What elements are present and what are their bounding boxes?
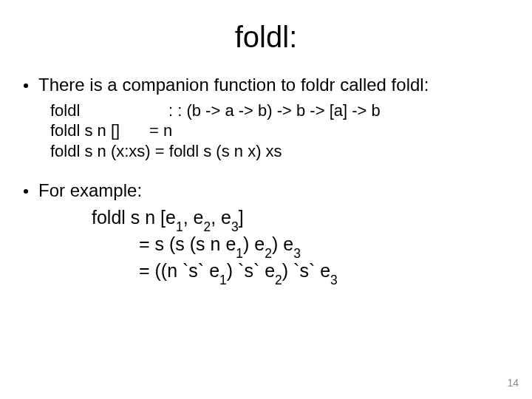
e3-sub3: 3 [330, 273, 338, 287]
code-line-3: foldl s n (x:xs) = foldl s (s n x) xs [50, 141, 508, 162]
e3-sub1: 1 [219, 273, 227, 287]
example-block: foldl s n [e1, e2, e3] = s (s (s n e1) e… [92, 206, 508, 286]
e2-sub1: 1 [236, 246, 243, 261]
e2-mid1: ) e [243, 233, 265, 254]
e1-mid1: , e [183, 207, 204, 228]
bullet-dot-icon [24, 189, 28, 194]
slide-title: foldl: [0, 0, 532, 61]
code-line-2: foldl s n []= n [50, 120, 508, 141]
example-line-1: foldl s n [e1, e2, e3] [92, 206, 508, 233]
e3-pre: = ((n `s` e [139, 260, 219, 281]
e2-sub2: 2 [265, 246, 272, 261]
code-line-1: foldl: : (b -> a -> b) -> b -> [a] -> b [50, 100, 508, 121]
e2-sub3: 3 [293, 246, 301, 261]
example-line-3: = ((n `s` e1) `s` e2) `s` e3 [139, 259, 508, 286]
code-l2b: = n [149, 121, 172, 140]
code-l1b: : : (b -> a -> b) -> b -> [a] -> b [168, 101, 381, 120]
bullet-dot-icon [24, 83, 28, 88]
e3-mid2: ) `s` e [282, 260, 330, 281]
bullet1-fn2: foldl [392, 75, 424, 95]
code-block: foldl: : (b -> a -> b) -> b -> [a] -> b … [50, 100, 508, 162]
e1-pre: foldl s n [e [92, 207, 176, 228]
e3-sub2: 2 [275, 273, 282, 287]
e1-sub2: 2 [203, 219, 211, 234]
e1-sub1: 1 [176, 219, 183, 234]
bullet-item-1: There is a companion function to foldr c… [24, 75, 508, 96]
slide: foldl: There is a companion function to … [0, 0, 532, 399]
e1-mid2: , e [211, 207, 231, 228]
bullet1-middle: called [335, 75, 392, 95]
bullet1-suffix: : [424, 75, 429, 95]
bullet-item-2: For example: [24, 180, 508, 202]
bullet-text-2: For example: [38, 180, 142, 202]
slide-body: There is a companion function to foldr c… [0, 61, 532, 286]
page-number: 14 [507, 377, 519, 389]
e1-sub3: 3 [231, 219, 239, 234]
bullet1-fn1: foldr [301, 75, 335, 95]
e2-mid2: ) e [272, 233, 293, 254]
code-l1a: foldl [50, 100, 168, 121]
bullet-text-1: There is a companion function to foldr c… [38, 75, 429, 96]
bullet1-prefix: There is a companion function to [38, 75, 301, 95]
code-l2a: foldl s n [] [50, 120, 149, 141]
e2-pre: = s (s (s n e [139, 233, 236, 254]
example-line-2: = s (s (s n e1) e2) e3 [139, 233, 508, 259]
e1-post: ] [239, 207, 244, 228]
e3-mid1: ) `s` e [227, 260, 275, 281]
